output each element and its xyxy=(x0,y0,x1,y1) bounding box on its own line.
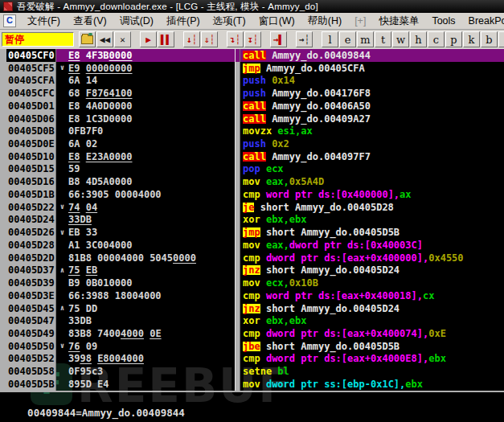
column-splitter[interactable] xyxy=(235,353,240,366)
row-bytes: E9 00000000 xyxy=(68,62,235,75)
restart-button[interactable]: ◀◀ xyxy=(96,31,113,47)
column-splitter[interactable] xyxy=(235,289,240,302)
disasm-row[interactable]: 00405D3E66:3988 18004000cmp word ptr ds:… xyxy=(6,289,504,302)
disasm-row[interactable]: 00405D523998 E8004000cmp dword ptr ds:[e… xyxy=(6,353,504,366)
pane-button-e[interactable]: e xyxy=(339,31,356,47)
disasm-row[interactable]: 00405D5B895D E4mov dword ptr ss:[ebp-0x1… xyxy=(6,378,504,391)
column-splitter[interactable] xyxy=(235,100,240,113)
pane-button-l[interactable]: l xyxy=(322,31,338,47)
disasm-row[interactable]: 00405D0E6A 02push 0x2 xyxy=(6,137,504,150)
column-splitter[interactable] xyxy=(235,239,240,252)
step-over-button[interactable]: ⇓┆ xyxy=(201,31,218,47)
column-splitter[interactable] xyxy=(235,340,240,353)
disasm-row[interactable]: 00405D0B0FB7F0movzx esi,ax xyxy=(6,125,504,137)
column-splitter[interactable] xyxy=(235,74,240,87)
row-bytes: 6A 02 xyxy=(68,137,235,150)
column-splitter[interactable] xyxy=(235,49,240,62)
disasm-row[interactable]: 00405CFA6A 14push 0x14 xyxy=(6,74,504,87)
menu-item-tools[interactable]: Tools xyxy=(425,14,461,28)
pane-button-h[interactable]: h xyxy=(410,31,427,47)
disasm-row[interactable]: 00405D39B9 0B010000mov ecx,0x10B xyxy=(6,277,504,289)
column-splitter[interactable] xyxy=(235,314,240,327)
column-splitter[interactable] xyxy=(235,62,240,75)
pane-button-m[interactable]: m xyxy=(357,31,374,47)
column-splitter[interactable] xyxy=(235,327,240,340)
pane-button-b[interactable]: b xyxy=(481,31,498,47)
menu-item-h[interactable]: 帮助(H) xyxy=(301,13,348,30)
menu-item-[interactable]: [+] xyxy=(348,14,372,28)
menu-item-v[interactable]: 查看(V) xyxy=(67,13,113,30)
pane-button-c[interactable]: c xyxy=(428,31,445,47)
disasm-row[interactable]: 00405D1B66:3905 00004000cmp word ptr ds:… xyxy=(6,188,504,201)
column-splitter[interactable] xyxy=(235,277,240,289)
disasm-row[interactable]: 00405D28A1 3C004000mov eax,dword ptr ds:… xyxy=(6,239,504,252)
disasm-row[interactable]: 00405D580F95c3setne bl xyxy=(6,365,504,378)
disasm-row[interactable]: 00405D4733DBxor ebx,ebx xyxy=(6,314,504,327)
run-button[interactable]: ▶ xyxy=(140,31,157,47)
column-splitter[interactable] xyxy=(235,150,240,163)
jump-margin xyxy=(56,113,68,125)
column-splitter[interactable] xyxy=(235,87,240,100)
open-file-button[interactable] xyxy=(79,31,96,47)
row-instruction: cmp dword ptr ds:[eax+0x4000E8],ebx xyxy=(240,353,504,366)
pane-button-t[interactable]: t xyxy=(375,31,391,47)
column-splitter[interactable] xyxy=(235,365,240,378)
animate-over-button[interactable]: ↧┆ xyxy=(244,31,261,47)
go-to-address-button[interactable]: →┆ xyxy=(296,31,313,47)
column-splitter[interactable] xyxy=(235,188,240,201)
disasm-row[interactable]: 00405D10E8 E23A0000call Ammyy_do.004097F… xyxy=(6,150,504,163)
menu-item-t[interactable]: 选项(T) xyxy=(207,13,252,30)
column-splitter[interactable] xyxy=(235,137,240,150)
row-bytes: 66:3988 18004000 xyxy=(68,289,235,302)
column-splitter[interactable] xyxy=(235,226,240,239)
disasm-row[interactable]: 00405D1559pop ecx xyxy=(6,163,504,176)
step-into-button[interactable]: ↓┆ xyxy=(183,31,200,47)
column-splitter[interactable] xyxy=(235,125,240,137)
pane-button-r[interactable]: r xyxy=(498,31,504,47)
disasm-row[interactable]: 00405D37∧75 EBjnz short Ammyy_do.00405D2… xyxy=(6,264,504,277)
column-splitter[interactable] xyxy=(235,302,240,315)
disasm-row[interactable]: 00405CF5∨E9 00000000jmp Ammyy_do.00405CF… xyxy=(6,62,504,75)
row-bytes: E8 4F3B0000 xyxy=(68,49,235,62)
row-bytes: 33DB xyxy=(68,214,235,227)
menu-item-f[interactable]: 文件(F) xyxy=(21,13,67,30)
animate-into-button[interactable]: ↴┆ xyxy=(227,31,244,47)
row-bytes: 83B8 74004000 0E xyxy=(68,327,235,340)
column-splitter[interactable] xyxy=(235,214,240,227)
column-splitter[interactable] xyxy=(235,113,240,125)
disasm-row[interactable]: 00405D50∨76 09jbe short Ammyy_do.00405D5… xyxy=(6,340,504,353)
close-button[interactable]: ✕ xyxy=(114,31,131,47)
menu-item-p[interactable]: 插件(P) xyxy=(160,13,207,30)
title-bar: 吾爱破解 - Ammyy_downloader.exe - [LCG - 主线程… xyxy=(0,0,504,13)
menu-item-w[interactable]: 窗口(W) xyxy=(252,13,301,30)
disasm-row[interactable]: 00405D06E8 1C3D0000call Ammyy_do.00409A2… xyxy=(6,113,504,125)
disasm-row[interactable]: 00405D26∨EB 33jmp short Ammyy_do.00405D5… xyxy=(6,226,504,239)
menu-item-breakpoint[interactable]: BreakPoint-> xyxy=(462,14,504,28)
row-bytes: A1 3C004000 xyxy=(68,239,235,252)
pane-button-w[interactable]: w xyxy=(392,31,409,47)
disasm-row[interactable]: 00405D45∧75 DDjnz short Ammyy_do.00405D2… xyxy=(6,302,504,315)
column-splitter[interactable] xyxy=(235,252,240,264)
ollydbg-c-icon[interactable]: C xyxy=(3,14,16,27)
row-instruction: jnz short Ammyy_do.00405D24 xyxy=(240,264,504,277)
column-splitter[interactable] xyxy=(235,264,240,277)
row-instruction: push Ammyy_do.004176F8 xyxy=(240,87,504,100)
menu-item-d[interactable]: 调试(D) xyxy=(113,13,160,30)
disasm-row[interactable]: 00405CFC68 F8764100push Ammyy_do.004176F… xyxy=(6,87,504,100)
disasm-row[interactable]: 00405CF0E8 4F3B0000call Ammyy_do.0040984… xyxy=(6,49,504,62)
column-splitter[interactable] xyxy=(235,201,240,214)
column-splitter[interactable] xyxy=(235,175,240,188)
pause-button[interactable]: ▌▌ xyxy=(158,31,174,47)
disasm-row[interactable]: 00405D22∨74 04je short Ammyy_do.00405D28 xyxy=(6,201,504,214)
pane-button-k[interactable]: k xyxy=(463,31,480,47)
execute-till-return-button[interactable]: →▌ xyxy=(270,31,287,47)
disasm-row[interactable]: 00405D2D81B8 00004000 50450000cmp dword … xyxy=(6,252,504,264)
menu-item-[interactable]: 快捷菜单 xyxy=(372,13,425,30)
pane-button-p[interactable]: p xyxy=(445,31,462,47)
disasm-row[interactable]: 00405D4983B8 74004000 0Ecmp dword ptr ds… xyxy=(6,327,504,340)
disasm-row[interactable]: 00405D16B8 4D5A0000mov eax,0x5A4D xyxy=(6,175,504,188)
disasm-row[interactable]: 00405D2433DBxor ebx,ebx xyxy=(6,214,504,227)
disasm-row[interactable]: 00405D01E8 4A0D0000call Ammyy_do.00406A5… xyxy=(6,100,504,113)
column-splitter[interactable] xyxy=(235,378,240,391)
column-splitter[interactable] xyxy=(235,163,240,176)
